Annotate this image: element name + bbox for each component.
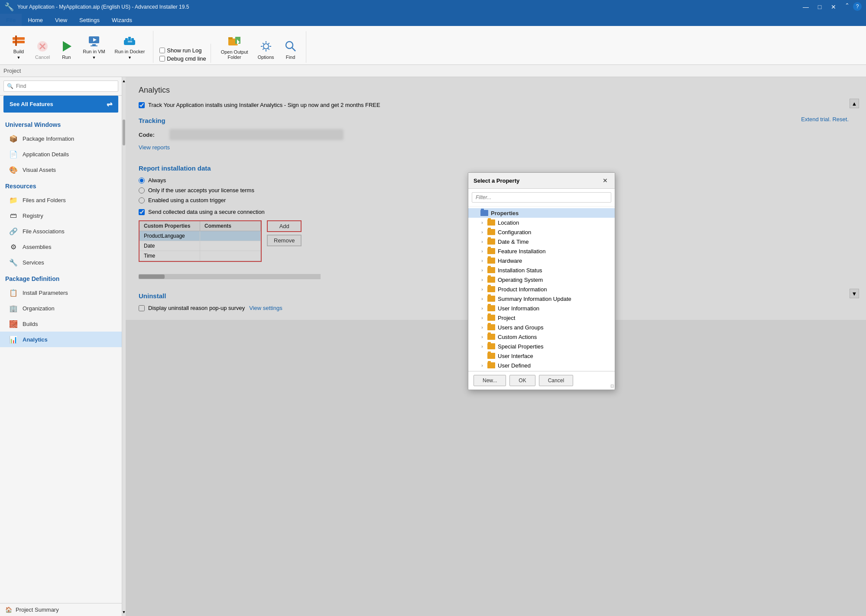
modal-filter-input[interactable] (472, 192, 611, 203)
tree-expand-product-info: › (479, 286, 486, 293)
tree-expand-user-interface (479, 352, 486, 359)
package-info-label: Package Information (23, 135, 74, 142)
organization-label: Organization (23, 305, 55, 312)
modal-ok-button[interactable]: OK (509, 375, 535, 386)
ribbon-build-group: Build ▼ Cancel Run Run in VM ▼ (3, 31, 153, 63)
svg-rect-9 (92, 44, 96, 45)
tree-expand-project: › (479, 314, 486, 321)
sidebar-item-install-params[interactable]: 📋 Install Parameters (0, 285, 122, 300)
svg-line-22 (292, 48, 295, 51)
minimize-button[interactable]: — (800, 2, 812, 12)
user-defined-folder-icon (487, 362, 495, 368)
tree-item-os[interactable]: › Operating System (468, 275, 615, 284)
sidebar-item-app-details[interactable]: 📄 Application Details (0, 146, 122, 162)
sidebar-scrollbar[interactable]: ▲ ▼ (122, 77, 126, 616)
tree-item-users-groups[interactable]: › Users and Groups (468, 323, 615, 332)
sidebar-scrollbar-thumb[interactable] (123, 119, 125, 145)
project-label-bar: Project (0, 65, 866, 77)
open-output-button[interactable]: Open OutputFolder (217, 32, 252, 62)
tree-item-configuration[interactable]: › Configuration (468, 227, 615, 237)
menu-wizards[interactable]: Wizards (106, 14, 138, 26)
modal-close-button[interactable]: ✕ (601, 176, 610, 185)
tree-expand-hardware: › (479, 257, 486, 264)
show-run-log-label: Show run Log (167, 47, 201, 54)
cancel-button[interactable]: Cancel (31, 37, 54, 62)
find-button[interactable]: Find (280, 37, 302, 62)
tree-expand-custom-actions: › (479, 333, 486, 340)
tree-item-user-defined[interactable]: › User Defined (468, 361, 615, 370)
os-folder-icon (487, 277, 495, 283)
tree-item-custom-actions[interactable]: › Custom Actions (468, 332, 615, 342)
tree-item-feature-install[interactable]: › Feature Installation (468, 246, 615, 256)
close-button[interactable]: ✕ (827, 2, 840, 12)
run-button[interactable]: Run (55, 37, 77, 62)
menu-settings[interactable]: Settings (73, 14, 106, 26)
tree-item-user-info[interactable]: › User Information (468, 303, 615, 313)
cancel-label: Cancel (35, 55, 50, 60)
sidebar-item-builds[interactable]: 🧱 Builds (0, 316, 122, 332)
tree-item-datetime[interactable]: › Date & Time (468, 237, 615, 246)
tree-expand-feature: › (479, 248, 486, 255)
collapse-button[interactable]: ⌃ (845, 2, 850, 12)
project-summary-item[interactable]: 🏠 Project Summary (0, 603, 122, 616)
sidebar-scroll-up[interactable]: ▲ (122, 77, 126, 85)
show-run-log-checkbox[interactable]: Show run Log (159, 47, 206, 54)
sidebar-item-package-info[interactable]: 📦 Package Information (0, 131, 122, 146)
modal-footer: New... OK Cancel (468, 371, 615, 390)
open-output-icon (227, 34, 241, 48)
sidebar-item-analytics[interactable]: 📊 Analytics (0, 332, 122, 347)
run-in-vm-button[interactable]: Run in VM ▼ (79, 32, 109, 62)
debug-cmd-input[interactable] (159, 56, 165, 61)
sidebar-item-files-folders[interactable]: 📁 Files and Folders (0, 192, 122, 208)
svg-rect-0 (13, 37, 25, 40)
menu-view[interactable]: View (49, 14, 73, 26)
run-in-docker-button[interactable]: Run in Docker ▼ (111, 32, 149, 62)
menu-home[interactable]: Home (22, 14, 49, 26)
sidebar-item-services[interactable]: 🔧 Services (0, 255, 122, 270)
section-resources: Resources (0, 177, 122, 192)
sidebar-wrapper: 🔍 See All Features ⇌ Universal Windows 📦… (0, 77, 126, 616)
modal-new-button[interactable]: New... (474, 375, 506, 386)
tree-item-install-status[interactable]: › Installation Status (468, 265, 615, 275)
sidebar-item-organization[interactable]: 🏢 Organization (0, 300, 122, 316)
sidebar-scroll-down[interactable]: ▼ (122, 608, 126, 616)
help-button[interactable]: ? (853, 2, 862, 11)
tree-item-properties[interactable]: Properties (468, 208, 615, 218)
maximize-button[interactable]: □ (814, 2, 826, 12)
modal-title: Select a Property (474, 177, 519, 184)
tree-expand-config: › (479, 229, 486, 235)
build-label: Build (13, 49, 24, 54)
svg-marker-15 (128, 41, 132, 42)
options-button[interactable]: Options (254, 37, 278, 62)
tree-item-project[interactable]: › Project (468, 313, 615, 323)
show-run-log-input[interactable] (159, 48, 165, 53)
sidebar-item-file-assoc[interactable]: 🔗 File Associations (0, 223, 122, 239)
tree-item-users-groups-label: Users and Groups (498, 324, 544, 331)
sidebar-item-visual-assets[interactable]: 🎨 Visual Assets (0, 162, 122, 177)
tree-item-special-props[interactable]: › Special Properties (468, 342, 615, 351)
search-input[interactable] (3, 81, 118, 92)
build-button[interactable]: Build ▼ (8, 32, 29, 62)
tree-item-product-info[interactable]: › Product Information (468, 284, 615, 294)
see-all-features-button[interactable]: See All Features ⇌ (3, 96, 118, 113)
registry-label: Registry (23, 213, 43, 219)
tree-item-hardware[interactable]: › Hardware (468, 256, 615, 265)
tree-expand-user-defined: › (479, 362, 486, 369)
tree-item-user-interface[interactable]: User Interface (468, 351, 615, 361)
modal-cancel-button[interactable]: Cancel (539, 375, 573, 386)
search-icon: 🔍 (7, 83, 13, 89)
open-output-label: Open OutputFolder (221, 49, 248, 60)
menu-file[interactable]: File (0, 14, 22, 26)
tree-expand-properties (472, 210, 479, 216)
sidebar-item-assemblies[interactable]: ⚙ Assemblies (0, 239, 122, 255)
modal-resize-handle[interactable]: ⊡ (609, 384, 614, 389)
project-summary-icon: 🏠 (5, 606, 12, 613)
tree-item-custom-actions-label: Custom Actions (498, 334, 537, 340)
tree-item-summary-info[interactable]: › Summary Information Update (468, 294, 615, 303)
organization-icon: 🏢 (9, 303, 18, 313)
app-icon: 🔧 (4, 2, 14, 12)
tree-item-location[interactable]: › Location (468, 218, 615, 227)
registry-icon: 🗃 (9, 211, 18, 220)
debug-cmd-checkbox[interactable]: Debug cmd line (159, 55, 206, 62)
sidebar-item-registry[interactable]: 🗃 Registry (0, 208, 122, 223)
